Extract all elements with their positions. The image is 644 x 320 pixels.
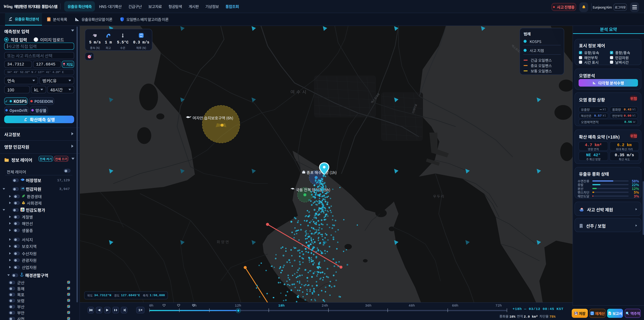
svg-text:우두리: 우두리 bbox=[433, 194, 445, 199]
svg-text:Wing: Wing bbox=[3, 4, 12, 9]
svg-text:여자만 습지보호구역 (6h): 여자만 습지보호구역 (6h) bbox=[192, 115, 233, 121]
svg-text:$: $ bbox=[23, 201, 24, 204]
svg-text:화양면: 화양면 bbox=[217, 239, 230, 244]
svg-text:여수시: 여수시 bbox=[290, 88, 308, 95]
